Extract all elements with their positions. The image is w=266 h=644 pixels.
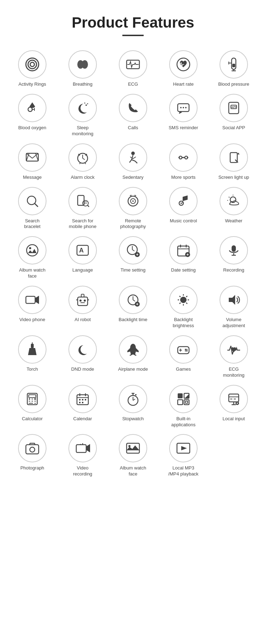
svg-point-115 [185,349,186,350]
svg-line-51 [88,205,89,207]
svg-point-117 [187,349,187,350]
feature-label-screen-light-up: Screen light up [218,175,249,181]
feature-label-recording: Recording [223,267,244,273]
icon-circle-calculator [18,385,46,413]
icon-circle-screen-light-up [220,143,248,172]
feature-item-airplane-mode: Airplane mode [108,335,158,378]
icon-circle-sleep-monitoring [68,94,97,122]
svg-point-4 [82,60,88,69]
feature-item-social-app: APPSocial APP [209,94,259,137]
title-underline [122,35,144,36]
icon-circle-alarm-clock [68,143,97,172]
feature-item-blood-pressure: Blood pressure [209,50,259,87]
svg-point-146 [135,394,137,395]
svg-rect-137 [82,399,83,400]
feature-label-search-mobile-phone: Search for mobile phone [67,218,99,230]
feature-label-photograph: Photograph [20,465,44,471]
svg-line-29 [26,153,32,158]
feature-item-search-bracelet: Search bracelet [7,187,57,230]
feature-label-sedentary: Sedentary [122,175,143,181]
icon-circle-time-setting [119,236,147,264]
feature-item-backlight-time: Backlight time [108,286,158,329]
svg-rect-150 [184,400,189,405]
feature-item-ai-robot: AI robot [57,286,108,329]
icon-circle-blood-oxygen [18,94,46,122]
feature-item-local-input: Local input [209,385,259,428]
icon-circle-stopwatch [119,385,147,413]
svg-line-37 [85,163,86,164]
features-grid: Activity RingsBreathingECGHeart rateBloo… [7,47,259,481]
feature-item-backlight-brightness: Backlight brightness [158,286,209,329]
svg-point-16 [85,104,87,106]
svg-point-38 [131,152,135,155]
feature-item-activity-rings: Activity Rings [7,50,57,87]
feature-item-heart-rate: Heart rate [158,50,209,87]
svg-text:A: A [79,247,84,254]
feature-item-remote-photography: Remote photography [108,187,158,230]
feature-label-message: Message [23,175,42,181]
feature-item-video-recording: Video recording [57,434,108,477]
feature-item-weather: Weather [209,187,259,230]
svg-point-17 [87,103,88,104]
feature-label-local-input: Local input [223,416,245,422]
svg-rect-110 [31,344,34,348]
icon-circle-message [18,143,46,172]
icon-circle-calendar [68,385,97,413]
svg-rect-163 [76,445,86,452]
svg-line-39 [132,155,133,160]
feature-item-games: Games [158,335,209,378]
svg-rect-151 [229,394,239,402]
icon-circle-search-mobile-phone [68,187,97,215]
svg-line-48 [35,204,38,207]
svg-point-20 [180,107,182,108]
feature-label-language: Language [72,267,93,273]
icon-circle-sms-reminder [169,94,198,122]
feature-item-album-watch-face2: Album watch face [108,434,158,477]
feature-item-more-sports: More sports [158,143,209,181]
feature-item-ecg-monitoring: ECG monitoring [209,335,259,378]
feature-label-ecg-monitoring: ECG monitoring [218,366,250,378]
svg-point-86 [79,300,82,302]
svg-marker-167 [181,446,187,450]
feature-label-album-watch-face2: Album watch face [117,465,149,477]
svg-line-107 [179,303,181,304]
svg-rect-136 [79,399,81,400]
feature-item-blood-oxygen: Blood oxygen [7,94,57,137]
feature-label-date-setting: Date setting [171,267,195,273]
svg-point-18 [84,102,85,103]
svg-rect-49 [78,195,84,205]
feature-item-message: Message [7,143,57,181]
feature-label-alarm-clock: Alarm clock [71,175,94,181]
svg-rect-10 [232,64,235,67]
feature-label-social-app: Social APP [222,125,245,131]
feature-label-airplane-mode: Airplane mode [118,366,148,372]
icon-circle-activity-rings [18,50,46,79]
feature-item-torch: Torch [7,335,57,378]
feature-label-music-control: Music control [170,218,197,224]
feature-label-local-mp3-mp4: Local MP3 /MP4 playback [167,465,199,477]
svg-point-58 [181,203,182,204]
icon-circle-breathing [68,50,97,79]
icon-circle-music-control [169,187,198,215]
feature-item-built-in-applications: Built-in applications [158,385,209,428]
svg-point-116 [186,350,188,352]
feature-label-blood-pressure: Blood pressure [218,81,249,87]
icon-circle-calls [119,94,147,122]
feature-item-stopwatch: Stopwatch [108,385,158,428]
feature-item-calls: Calls [108,94,158,137]
icon-circle-blood-pressure [220,50,248,79]
feature-item-language: ALanguage [57,236,108,279]
feature-item-ecg: ECG [108,50,158,87]
svg-rect-138 [85,399,86,400]
feature-label-torch: Torch [27,366,38,372]
svg-rect-140 [82,402,83,403]
svg-rect-84 [26,296,35,303]
icon-circle-social-app: APP [220,94,248,122]
feature-item-calendar: Calendar [57,385,108,428]
icon-circle-sedentary [119,143,147,172]
icon-circle-remote-photography [119,187,147,215]
feature-label-backlight-brightness: Backlight brightness [167,317,199,329]
icon-circle-language: A [68,236,97,264]
icon-circle-photograph [18,434,46,462]
feature-item-screen-light-up: Screen light up [209,143,259,181]
